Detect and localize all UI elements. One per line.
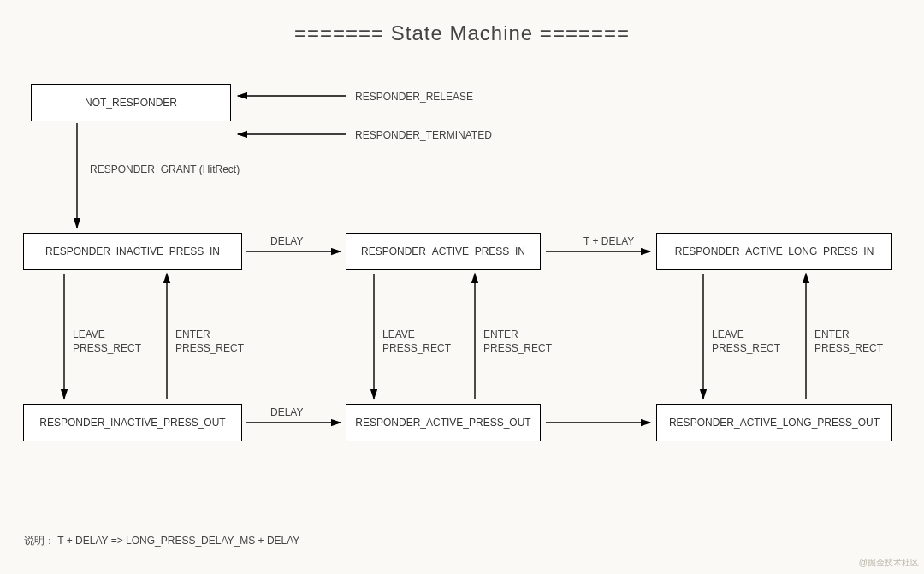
label-responder-grant: RESPONDER_GRANT (HitRect): [90, 163, 240, 176]
diagram-title: ======= State Machine =======: [0, 21, 924, 45]
label-enter-press-rect-1: ENTER_ PRESS_RECT: [175, 328, 244, 355]
state-responder-active-long-press-out: RESPONDER_ACTIVE_LONG_PRESS_OUT: [656, 404, 892, 441]
label-leave-press-rect-2: LEAVE_ PRESS_RECT: [382, 328, 451, 355]
label-enter-press-rect-3: ENTER_ PRESS_RECT: [814, 328, 883, 355]
label-leave-press-rect-3: LEAVE_ PRESS_RECT: [712, 328, 780, 355]
state-responder-active-press-in: RESPONDER_ACTIVE_PRESS_IN: [346, 233, 541, 270]
label-leave-press-rect-1: LEAVE_ PRESS_RECT: [73, 328, 141, 355]
state-responder-inactive-press-out: RESPONDER_INACTIVE_PRESS_OUT: [23, 404, 242, 441]
state-not-responder: NOT_RESPONDER: [31, 84, 231, 121]
state-responder-active-press-out: RESPONDER_ACTIVE_PRESS_OUT: [346, 404, 541, 441]
watermark: @掘金技术社区: [859, 557, 919, 569]
label-responder-release: RESPONDER_RELEASE: [355, 90, 473, 104]
state-responder-inactive-press-in: RESPONDER_INACTIVE_PRESS_IN: [23, 233, 242, 270]
label-delay-bottom: DELAY: [270, 405, 303, 419]
label-t-plus-delay: T + DELAY: [583, 234, 634, 248]
footnote: 说明： T + DELAY => LONG_PRESS_DELAY_MS + D…: [24, 534, 299, 548]
label-delay-top: DELAY: [270, 234, 303, 248]
state-responder-active-long-press-in: RESPONDER_ACTIVE_LONG_PRESS_IN: [656, 233, 892, 270]
label-responder-terminated: RESPONDER_TERMINATED: [355, 128, 492, 142]
label-enter-press-rect-2: ENTER_ PRESS_RECT: [483, 328, 552, 355]
